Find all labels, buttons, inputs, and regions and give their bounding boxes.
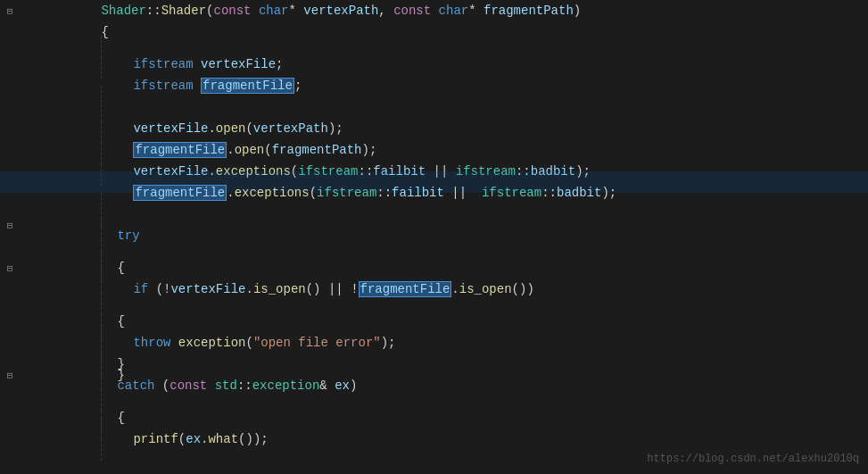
watermark: https://blog.csdn.net/alexhu2010q — [647, 453, 859, 465]
collapse-icon-18[interactable]: ⊟ — [4, 370, 16, 381]
collapse-icon-11[interactable]: ⊟ — [4, 220, 16, 231]
collapse-icon-1[interactable]: ⊟ — [4, 5, 16, 17]
code-editor: ⊟ Shader::Shader(const char* vertexPath,… — [0, 0, 868, 474]
gutter-11: ⊟ — [0, 220, 49, 231]
collapse-icon-13[interactable]: ⊟ — [4, 262, 16, 274]
gutter-13: ⊟ — [0, 262, 49, 274]
line-21 — [0, 428, 868, 450]
gutter-1: ⊟ — [0, 5, 49, 17]
gutter-18: ⊟ — [0, 370, 49, 381]
